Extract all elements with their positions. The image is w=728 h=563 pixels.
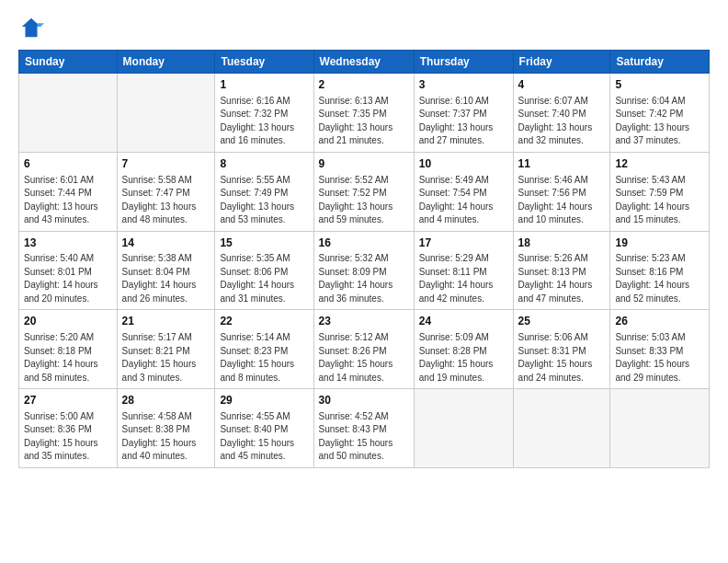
day-info: Sunrise: 4:58 AM Sunset: 8:38 PM Dayligh… xyxy=(122,410,210,464)
calendar-cell: 8Sunrise: 5:55 AM Sunset: 7:49 PM Daylig… xyxy=(215,152,313,231)
calendar-week-2: 6Sunrise: 6:01 AM Sunset: 7:44 PM Daylig… xyxy=(19,152,710,231)
day-info: Sunrise: 5:35 AM Sunset: 8:06 PM Dayligh… xyxy=(220,252,308,305)
day-number: 25 xyxy=(518,314,606,329)
calendar-cell: 22Sunrise: 5:14 AM Sunset: 8:23 PM Dayli… xyxy=(215,310,313,389)
calendar-cell: 18Sunrise: 5:26 AM Sunset: 8:13 PM Dayli… xyxy=(513,231,610,310)
day-number: 2 xyxy=(319,77,409,93)
day-number: 24 xyxy=(419,314,508,329)
day-info: Sunrise: 5:29 AM Sunset: 8:11 PM Dayligh… xyxy=(419,252,508,305)
calendar-cell xyxy=(414,389,513,468)
calendar-cell: 2Sunrise: 6:13 AM Sunset: 7:35 PM Daylig… xyxy=(313,74,414,153)
day-number: 15 xyxy=(220,236,308,251)
day-info: Sunrise: 5:23 AM Sunset: 8:16 PM Dayligh… xyxy=(615,252,704,305)
calendar-cell: 7Sunrise: 5:58 AM Sunset: 7:47 PM Daylig… xyxy=(117,152,215,231)
calendar-cell xyxy=(513,389,610,468)
day-number: 17 xyxy=(419,236,508,251)
calendar-cell: 24Sunrise: 5:09 AM Sunset: 8:28 PM Dayli… xyxy=(414,310,513,389)
day-header-friday: Friday xyxy=(513,51,610,74)
day-info: Sunrise: 5:52 AM Sunset: 7:52 PM Dayligh… xyxy=(319,174,409,227)
calendar-cell: 1Sunrise: 6:16 AM Sunset: 7:32 PM Daylig… xyxy=(215,74,313,153)
calendar-cell: 12Sunrise: 5:43 AM Sunset: 7:59 PM Dayli… xyxy=(610,152,710,231)
day-number: 13 xyxy=(24,236,112,251)
day-number: 7 xyxy=(122,156,210,172)
calendar-cell: 5Sunrise: 6:04 AM Sunset: 7:42 PM Daylig… xyxy=(610,74,710,153)
day-header-sunday: Sunday xyxy=(19,51,118,74)
calendar-cell xyxy=(19,74,118,153)
day-number: 8 xyxy=(220,156,308,172)
logo-icon xyxy=(18,15,44,40)
day-number: 26 xyxy=(615,314,704,329)
day-info: Sunrise: 5:00 AM Sunset: 8:36 PM Dayligh… xyxy=(24,410,112,464)
calendar-cell: 30Sunrise: 4:52 AM Sunset: 8:43 PM Dayli… xyxy=(313,389,414,468)
day-info: Sunrise: 6:04 AM Sunset: 7:42 PM Dayligh… xyxy=(615,95,704,148)
calendar-cell: 14Sunrise: 5:38 AM Sunset: 8:04 PM Dayli… xyxy=(117,231,215,310)
day-number: 6 xyxy=(24,156,112,172)
day-info: Sunrise: 5:12 AM Sunset: 8:26 PM Dayligh… xyxy=(319,331,409,385)
day-header-thursday: Thursday xyxy=(414,51,513,74)
calendar-week-1: 1Sunrise: 6:16 AM Sunset: 7:32 PM Daylig… xyxy=(19,74,710,153)
day-number: 1 xyxy=(220,77,308,93)
day-info: Sunrise: 5:40 AM Sunset: 8:01 PM Dayligh… xyxy=(24,252,112,305)
calendar-cell: 10Sunrise: 5:49 AM Sunset: 7:54 PM Dayli… xyxy=(414,152,513,231)
day-number: 14 xyxy=(122,236,210,251)
day-info: Sunrise: 6:13 AM Sunset: 7:35 PM Dayligh… xyxy=(319,95,409,148)
calendar-cell: 21Sunrise: 5:17 AM Sunset: 8:21 PM Dayli… xyxy=(117,310,215,389)
calendar-cell: 17Sunrise: 5:29 AM Sunset: 8:11 PM Dayli… xyxy=(414,231,513,310)
calendar-cell: 19Sunrise: 5:23 AM Sunset: 8:16 PM Dayli… xyxy=(610,231,710,310)
logo xyxy=(18,15,48,40)
day-number: 4 xyxy=(518,77,606,93)
day-info: Sunrise: 6:10 AM Sunset: 7:37 PM Dayligh… xyxy=(419,95,508,148)
day-info: Sunrise: 5:26 AM Sunset: 8:13 PM Dayligh… xyxy=(518,252,606,305)
day-number: 18 xyxy=(518,236,606,251)
calendar-cell: 13Sunrise: 5:40 AM Sunset: 8:01 PM Dayli… xyxy=(19,231,118,310)
calendar-week-5: 27Sunrise: 5:00 AM Sunset: 8:36 PM Dayli… xyxy=(19,389,710,468)
calendar-table: SundayMondayTuesdayWednesdayThursdayFrid… xyxy=(18,50,710,468)
day-header-saturday: Saturday xyxy=(610,51,710,74)
day-number: 10 xyxy=(419,156,508,172)
day-info: Sunrise: 6:01 AM Sunset: 7:44 PM Dayligh… xyxy=(24,174,112,227)
day-info: Sunrise: 5:43 AM Sunset: 7:59 PM Dayligh… xyxy=(615,174,704,227)
day-number: 12 xyxy=(615,156,704,172)
day-info: Sunrise: 5:20 AM Sunset: 8:18 PM Dayligh… xyxy=(24,331,112,385)
calendar-page: SundayMondayTuesdayWednesdayThursdayFrid… xyxy=(0,0,728,563)
calendar-cell: 3Sunrise: 6:10 AM Sunset: 7:37 PM Daylig… xyxy=(414,74,513,153)
day-number: 29 xyxy=(220,393,308,408)
day-number: 20 xyxy=(24,314,112,329)
calendar-cell: 4Sunrise: 6:07 AM Sunset: 7:40 PM Daylig… xyxy=(513,74,610,153)
day-info: Sunrise: 4:55 AM Sunset: 8:40 PM Dayligh… xyxy=(220,410,308,464)
day-info: Sunrise: 6:16 AM Sunset: 7:32 PM Dayligh… xyxy=(220,95,308,148)
day-number: 27 xyxy=(24,393,112,408)
day-info: Sunrise: 5:17 AM Sunset: 8:21 PM Dayligh… xyxy=(122,331,210,385)
calendar-cell: 25Sunrise: 5:06 AM Sunset: 8:31 PM Dayli… xyxy=(513,310,610,389)
day-info: Sunrise: 5:32 AM Sunset: 8:09 PM Dayligh… xyxy=(319,252,409,305)
calendar-header-row: SundayMondayTuesdayWednesdayThursdayFrid… xyxy=(19,51,710,74)
day-header-wednesday: Wednesday xyxy=(313,51,414,74)
day-info: Sunrise: 5:46 AM Sunset: 7:56 PM Dayligh… xyxy=(518,174,606,227)
day-number: 11 xyxy=(518,156,606,172)
svg-marker-0 xyxy=(22,18,41,38)
day-number: 23 xyxy=(319,314,409,329)
day-info: Sunrise: 5:09 AM Sunset: 8:28 PM Dayligh… xyxy=(419,331,508,385)
day-info: Sunrise: 5:49 AM Sunset: 7:54 PM Dayligh… xyxy=(419,174,508,227)
calendar-cell: 11Sunrise: 5:46 AM Sunset: 7:56 PM Dayli… xyxy=(513,152,610,231)
day-header-monday: Monday xyxy=(117,51,215,74)
day-info: Sunrise: 5:06 AM Sunset: 8:31 PM Dayligh… xyxy=(518,331,606,385)
day-number: 3 xyxy=(419,77,508,93)
day-info: Sunrise: 5:14 AM Sunset: 8:23 PM Dayligh… xyxy=(220,331,308,385)
day-number: 5 xyxy=(615,77,704,93)
calendar-cell: 26Sunrise: 5:03 AM Sunset: 8:33 PM Dayli… xyxy=(610,310,710,389)
day-number: 22 xyxy=(220,314,308,329)
header xyxy=(18,15,710,40)
calendar-cell: 23Sunrise: 5:12 AM Sunset: 8:26 PM Dayli… xyxy=(313,310,414,389)
day-number: 28 xyxy=(122,393,210,408)
calendar-cell: 29Sunrise: 4:55 AM Sunset: 8:40 PM Dayli… xyxy=(215,389,313,468)
day-number: 19 xyxy=(615,236,704,251)
day-info: Sunrise: 4:52 AM Sunset: 8:43 PM Dayligh… xyxy=(319,410,409,464)
calendar-cell: 16Sunrise: 5:32 AM Sunset: 8:09 PM Dayli… xyxy=(313,231,414,310)
day-header-tuesday: Tuesday xyxy=(215,51,313,74)
day-info: Sunrise: 5:58 AM Sunset: 7:47 PM Dayligh… xyxy=(122,174,210,227)
calendar-cell: 15Sunrise: 5:35 AM Sunset: 8:06 PM Dayli… xyxy=(215,231,313,310)
calendar-week-3: 13Sunrise: 5:40 AM Sunset: 8:01 PM Dayli… xyxy=(19,231,710,310)
calendar-cell: 20Sunrise: 5:20 AM Sunset: 8:18 PM Dayli… xyxy=(19,310,118,389)
calendar-cell: 9Sunrise: 5:52 AM Sunset: 7:52 PM Daylig… xyxy=(313,152,414,231)
